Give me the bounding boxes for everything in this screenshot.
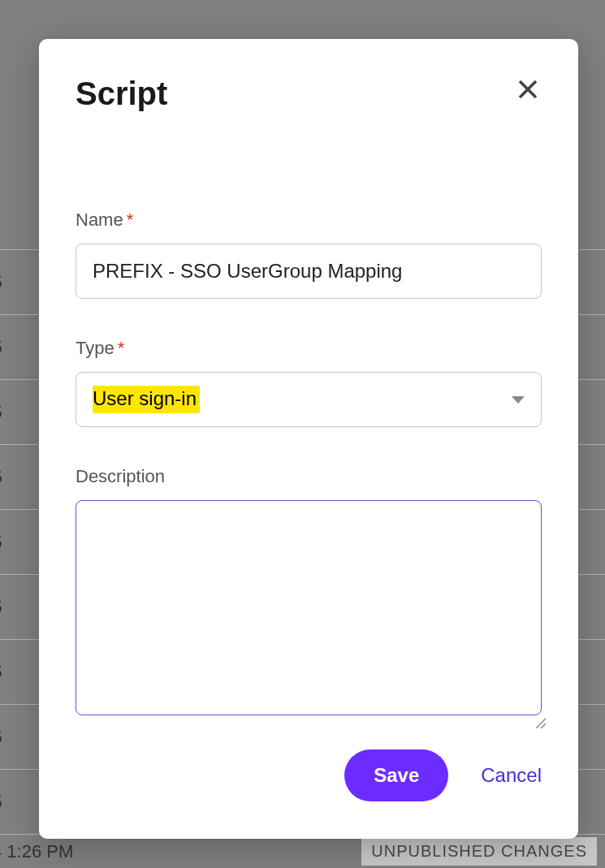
- name-label: Name*: [76, 209, 542, 231]
- modal-header: Script: [76, 76, 542, 112]
- description-field-group: Description: [76, 466, 542, 719]
- type-select-value: User sign-in: [93, 386, 200, 412]
- required-marker: *: [127, 209, 134, 230]
- type-field-group: Type* User sign-in: [76, 338, 542, 427]
- close-button[interactable]: [514, 76, 542, 107]
- close-icon: [517, 78, 538, 105]
- type-label: Type*: [76, 338, 542, 359]
- row-time-fragment: , 4:5: [0, 402, 2, 423]
- cancel-button[interactable]: Cancel: [481, 756, 542, 795]
- required-marker: *: [118, 338, 125, 358]
- name-field-group: Name*: [76, 209, 542, 299]
- description-textarea[interactable]: [76, 500, 542, 715]
- chevron-down-icon: [512, 396, 525, 404]
- row-time-fragment: , 4:5: [0, 467, 2, 488]
- row-time-fragment: , 4:5: [0, 792, 2, 813]
- type-label-text: Type: [76, 338, 115, 358]
- save-button[interactable]: Save: [344, 749, 448, 801]
- row-time-fragment: , 4:5: [0, 727, 2, 748]
- type-select[interactable]: User sign-in: [76, 372, 542, 427]
- footer-time: 4 1:26 PM: [0, 841, 73, 862]
- modal-title: Script: [76, 76, 167, 112]
- svg-line-3: [541, 723, 546, 728]
- resize-handle-icon: [534, 717, 546, 728]
- svg-line-2: [536, 719, 546, 728]
- modal-actions: Save Cancel: [76, 749, 542, 801]
- script-modal: Script Name* Type* User sign-in Descript…: [39, 39, 578, 839]
- description-label: Description: [76, 466, 542, 487]
- row-time-fragment: , 4:5: [0, 272, 2, 293]
- unpublished-changes-badge: UNPUBLISHED CHANGES: [361, 837, 597, 866]
- row-time-fragment: , 4:5: [0, 532, 2, 553]
- name-label-text: Name: [76, 209, 123, 230]
- background-footer: 4 1:26 PM UNPUBLISHED CHANGES: [0, 835, 605, 868]
- row-time-fragment: , 4:5: [0, 337, 2, 358]
- name-input[interactable]: [76, 244, 542, 299]
- row-time-fragment: , 4:5: [0, 597, 2, 618]
- row-time-fragment: , 4:5: [0, 662, 2, 683]
